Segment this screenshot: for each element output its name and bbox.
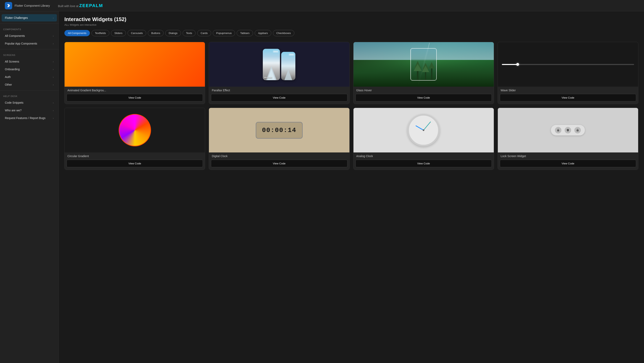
filter-tab-buttons[interactable]: Buttons [148, 30, 164, 36]
view-code-button-parallax[interactable]: View Code [211, 94, 347, 102]
sidebar-item-auth[interactable]: Auth › [2, 73, 57, 80]
card-circular-gradient: Circular Gradient View Code [64, 108, 205, 170]
tagline: Built with love at ZEEPALM [58, 3, 103, 8]
main-layout: Flutter Challenges › Components All Comp… [0, 11, 644, 363]
view-code-button-digital-clock[interactable]: View Code [211, 160, 347, 167]
svg-marker-0 [7, 4, 10, 7]
clock-center-dot [423, 129, 424, 131]
view-code-button-analog-clock[interactable]: View Code [356, 160, 492, 167]
filter-tab-appbars[interactable]: Appbars [255, 30, 271, 36]
view-code-button-animated-gradient[interactable]: View Code [66, 94, 203, 102]
chevron-icon: › [53, 16, 54, 20]
brand-name: ZEEPALM [79, 3, 103, 8]
cards-grid: Animated Gradient Backgrou... View Code [64, 42, 638, 170]
filter-tab-all-components[interactable]: All Components [64, 30, 90, 36]
gradient-animation [64, 42, 205, 87]
card-preview-glass [354, 42, 494, 87]
filter-tab-tabbars[interactable]: Tabbars [237, 30, 253, 36]
sidebar-item-flutter-challenges[interactable]: Flutter Challenges › [2, 14, 57, 22]
code-snippets-label: Code Snippets [5, 101, 24, 104]
sidebar-item-who-are-we[interactable]: Who are we? › [2, 107, 57, 114]
lock-screen-visual [498, 108, 638, 152]
request-features-label: Request Features / Report Bugs [5, 116, 46, 120]
filter-tab-carousels[interactable]: Carousels [128, 30, 146, 36]
filter-tabs: All Components Textfields Sliders Carous… [64, 30, 638, 37]
card-parallax-effect: Mountain iStock iStock Parall [209, 42, 350, 104]
filter-tab-popupmenus[interactable]: Popupmenus [213, 30, 235, 36]
auth-label: Auth [5, 75, 11, 78]
card-wave-slider: Wave Slider View Code [498, 42, 638, 104]
section-label-components: Components [0, 26, 58, 32]
view-code-button-lock[interactable]: View Code [500, 160, 636, 167]
card-title-animated-gradient: Animated Gradient Backgrou... [64, 87, 205, 94]
filter-tab-cards[interactable]: Cards [197, 30, 211, 36]
sidebar-item-request-features[interactable]: Request Features / Report Bugs › [2, 114, 57, 122]
lock-widget-bar [551, 125, 585, 136]
analog-clock-face [407, 114, 440, 146]
app-title: Flutter Component Library [14, 4, 50, 7]
popular-app-components-label: Popular App Components [5, 42, 37, 45]
parallax-visual: Mountain iStock iStock [209, 42, 349, 87]
section-label-helpdesk: Help Desk [0, 92, 58, 98]
card-preview-analog-clock [354, 108, 494, 152]
card-lock-screen: Lock Screen Widget View Code [498, 108, 638, 170]
chevron-icon: › [53, 109, 54, 112]
card-preview-digital-clock: 00:00:14 [209, 108, 349, 152]
analog-clock-visual [354, 108, 494, 152]
filter-tab-dialogs[interactable]: Dialogs [165, 30, 181, 36]
card-title-digital-clock: Digital Clock [209, 152, 349, 160]
card-preview-circular [64, 108, 205, 152]
card-preview-animated-gradient [64, 42, 205, 87]
card-title-analog-clock: Analog Clock [354, 152, 494, 160]
card-preview-wave [498, 42, 638, 87]
svg-marker-11 [429, 62, 434, 68]
chevron-icon: › [53, 101, 54, 104]
view-code-button-wave[interactable]: View Code [500, 94, 636, 102]
chevron-icon: › [53, 34, 54, 38]
card-analog-clock: Analog Clock View Code [353, 108, 494, 170]
digital-clock-frame: 00:00:14 [256, 122, 303, 139]
card-glass-hover: Glass Hover View Code [353, 42, 494, 104]
lock-icon-3 [574, 127, 581, 134]
minute-hand [423, 122, 431, 130]
section-label-screens: Screens [0, 52, 58, 58]
sidebar-item-all-components[interactable]: All Components › [2, 32, 57, 40]
logo-area: Flutter Component Library [5, 2, 50, 9]
istock-badge-2: iStock [289, 54, 294, 56]
card-preview-parallax: Mountain iStock iStock [209, 42, 349, 87]
sidebar-item-other[interactable]: Other › [2, 81, 57, 88]
chevron-icon: › [53, 116, 54, 120]
main-content: Interactive Widgets (152) ALL Widgets ar… [59, 11, 644, 363]
hour-hand [416, 125, 424, 130]
view-code-button-glass[interactable]: View Code [356, 94, 492, 102]
logo-icon [5, 2, 12, 9]
sidebar-item-all-screens[interactable]: All Screens › [2, 58, 57, 65]
mountain-label-1: Mountain [264, 76, 272, 78]
filter-tab-texts[interactable]: Texts [182, 30, 196, 36]
card-animated-gradient: Animated Gradient Backgrou... View Code [64, 42, 205, 104]
onboarding-label: Onboarding [5, 68, 20, 71]
chevron-icon: › [53, 60, 54, 63]
chevron-icon: › [53, 68, 54, 71]
card-title-parallax: Parallax Effect [209, 87, 349, 94]
app-header: Flutter Component Library Built with lov… [0, 0, 644, 11]
card-digital-clock: 00:00:14 Digital Clock View Code [209, 108, 350, 170]
sidebar-item-onboarding[interactable]: Onboarding › [2, 66, 57, 73]
filter-tab-textfields[interactable]: Textfields [92, 30, 109, 36]
view-code-button-circular[interactable]: View Code [66, 160, 203, 167]
sidebar: Flutter Challenges › Components All Comp… [0, 11, 59, 363]
filter-tab-sliders[interactable]: Sliders [111, 30, 126, 36]
sidebar-item-popular-app-components[interactable]: Popular App Components › [2, 40, 57, 47]
all-screens-label: All Screens [5, 60, 19, 63]
card-title-glass: Glass Hover [354, 87, 494, 94]
circular-visual [64, 108, 205, 152]
all-components-label: All Components [5, 34, 25, 38]
page-subtitle: ALL Widgets are interactive [64, 23, 638, 26]
digital-clock-display: 00:00:14 [262, 126, 296, 134]
other-label: Other [5, 83, 12, 86]
digital-clock-visual: 00:00:14 [209, 108, 349, 152]
filter-tab-checkboxes[interactable]: Checkboxes [273, 30, 294, 36]
circular-gradient-shape [119, 114, 151, 146]
page-title: Interactive Widgets (152) [64, 16, 638, 22]
sidebar-item-code-snippets[interactable]: Code Snippets › [2, 99, 57, 106]
